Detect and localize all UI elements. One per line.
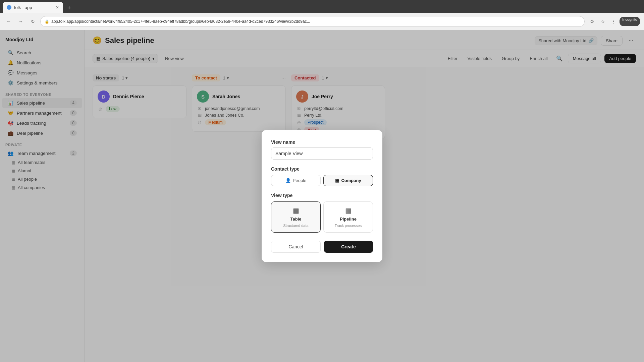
table-name: Table (290, 217, 302, 222)
forward-btn[interactable]: → (16, 17, 25, 26)
company-btn[interactable]: ▦ Company (323, 175, 373, 186)
browser-tabs: folk - app ✕ + (0, 0, 644, 13)
back-btn[interactable]: ← (4, 17, 13, 26)
contact-type-label: Contact type (271, 166, 373, 172)
table-desc: Structured data (283, 224, 308, 228)
new-view-modal: View name Contact type 👤 People ▦ Compan… (262, 130, 382, 262)
active-tab[interactable]: folk - app ✕ (3, 2, 63, 13)
browser-settings-btn[interactable]: ⋮ (609, 17, 618, 26)
address-bar[interactable]: 🔒 app.folk.app/apps/contacts/network/4f6… (40, 16, 585, 27)
company-btn-label: Company (341, 178, 361, 183)
people-btn-label: People (293, 178, 306, 183)
table-icon: ▦ (293, 206, 299, 215)
view-type-group: ▦ Table Structured data ▦ Pipeline Track… (271, 201, 373, 233)
address-text: app.folk.app/apps/contacts/network/4f652… (51, 19, 310, 24)
view-type-label: View type (271, 193, 373, 198)
extensions-btn[interactable]: ⚙ (587, 17, 597, 26)
people-icon: 👤 (285, 178, 291, 183)
refresh-btn[interactable]: ↻ (28, 17, 38, 26)
pipeline-view-btn[interactable]: ▦ Pipeline Track processes (323, 201, 373, 233)
tab-close-btn[interactable]: ✕ (56, 5, 59, 10)
pipeline-icon: ▦ (345, 206, 352, 215)
incognito-badge: Incognito (620, 17, 640, 26)
browser-toolbar: ← → ↻ 🔒 app.folk.app/apps/contacts/netwo… (0, 13, 644, 30)
table-view-btn[interactable]: ▦ Table Structured data (271, 201, 321, 233)
lock-icon: 🔒 (45, 19, 49, 24)
tab-favicon (7, 5, 11, 10)
bookmark-btn[interactable]: ☆ (598, 17, 607, 26)
modal-actions: Cancel Create (271, 241, 373, 253)
browser-toolbar-actions: ⚙ ☆ ⋮ Incognito (587, 17, 640, 26)
pipeline-desc: Track processes (335, 224, 362, 228)
company-icon: ▦ (335, 178, 339, 183)
tab-title: folk - app (14, 5, 32, 10)
modal-overlay[interactable]: View name Contact type 👤 People ▦ Compan… (0, 30, 644, 362)
pipeline-name: Pipeline (340, 217, 357, 222)
browser-chrome: folk - app ✕ + ← → ↻ 🔒 app.folk.app/apps… (0, 0, 644, 30)
create-button[interactable]: Create (324, 241, 373, 253)
new-tab-btn[interactable]: + (64, 3, 74, 13)
view-name-input[interactable] (271, 147, 373, 160)
modal-view-name-label: View name (271, 139, 373, 145)
cancel-button[interactable]: Cancel (271, 241, 321, 253)
contact-type-group: 👤 People ▦ Company (271, 175, 373, 186)
people-btn[interactable]: 👤 People (271, 175, 321, 186)
